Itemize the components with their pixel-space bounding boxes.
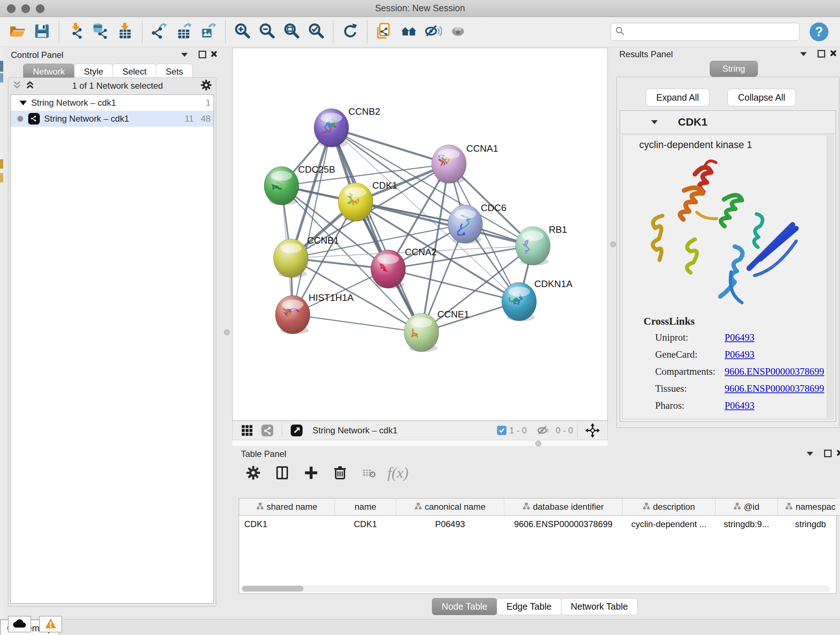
table-toolbar: f(x)	[239, 463, 412, 483]
left-splitter-grip[interactable]	[224, 329, 230, 335]
zoom-in-button[interactable]	[232, 22, 253, 42]
hide-selected-button[interactable]	[423, 22, 444, 42]
column-header-namespac[interactable]: namespac	[778, 499, 840, 516]
birds-eye-view-icon[interactable]	[239, 420, 255, 440]
pan-crosshair-icon[interactable]	[584, 420, 601, 440]
help-button[interactable]: ?	[810, 22, 829, 41]
table-hscrollbar[interactable]	[240, 585, 830, 592]
desktop-edge-strip	[0, 47, 4, 619]
table-cell[interactable]: 9606.ENSP00000378699	[504, 516, 622, 532]
network-node-CCNA1[interactable]: CCNA1	[431, 143, 498, 184]
delete-column-icon[interactable]	[330, 463, 350, 483]
control-panel-title: Control Panel	[11, 50, 63, 60]
import-network-file-button[interactable]	[66, 22, 86, 42]
column-header-description[interactable]: description	[622, 499, 715, 516]
show-columns-icon[interactable]	[272, 463, 292, 483]
results-panel-collapse-icon[interactable]	[800, 52, 807, 56]
zoom-fit-button[interactable]	[281, 22, 302, 42]
open-session-button[interactable]	[7, 22, 27, 42]
network-tree-row[interactable]: String Network – cdk11	[11, 95, 213, 111]
add-column-icon[interactable]	[301, 463, 321, 483]
network-view-panel[interactable]: CCNB2 CCNA1 CDC25B CDK1 CDC6 RB1 CCNB1	[232, 48, 608, 421]
column-header-name[interactable]: name	[335, 499, 396, 516]
clone-network-button[interactable]	[374, 22, 394, 42]
network-node-RB1[interactable]: RB1	[515, 224, 567, 265]
table-panel-float-icon[interactable]	[824, 450, 832, 457]
network-tree-label: String Network – cdk1	[31, 98, 116, 108]
show-all-nodes-button[interactable]	[399, 22, 419, 42]
tab-node-table[interactable]: Node Table	[432, 598, 497, 615]
results-scrollbar[interactable]	[827, 136, 832, 418]
tab-network-table[interactable]: Network Table	[561, 598, 638, 615]
network-node-HIST1H1A[interactable]: HIST1H1A	[275, 292, 354, 334]
column-header-shared-name[interactable]: shared name	[239, 499, 335, 516]
expand-all-button[interactable]: Expand All	[646, 89, 709, 106]
right-splitter-grip[interactable]	[610, 241, 616, 247]
zoom-out-button[interactable]	[257, 22, 277, 42]
table-cell[interactable]: CDK1	[239, 516, 335, 532]
gene-card-collapse-icon[interactable]	[651, 120, 658, 124]
crosslink-link[interactable]: P06493	[725, 349, 755, 360]
open-in-window-icon[interactable]	[289, 420, 305, 440]
network-canvas[interactable]: CCNB2 CCNA1 CDC25B CDK1 CDC6 RB1 CCNB1	[233, 48, 607, 420]
import-network-database-button[interactable]	[90, 22, 111, 42]
network-options-gear-icon[interactable]	[200, 79, 212, 93]
export-network-button[interactable]	[149, 22, 169, 42]
tab-edge-table[interactable]: Edge Table	[497, 598, 561, 615]
node-label-CCNB1: CCNB1	[307, 235, 339, 246]
network-node-CCNB2[interactable]: CCNB2	[314, 106, 380, 147]
control-panel-close-icon[interactable]	[210, 51, 217, 57]
export-image-button[interactable]	[198, 22, 218, 42]
network-node-CCNA2[interactable]: CCNA2	[371, 247, 437, 288]
network-node-CCNE1[interactable]: CCNE1	[404, 309, 469, 352]
warning-icon	[44, 618, 57, 631]
table-cell[interactable]: stringdb:9...	[715, 516, 778, 532]
network-node-CDKN1A[interactable]: CDKN1A	[502, 279, 573, 321]
crosslink-link[interactable]: 9606.ENSP00000378699	[725, 383, 824, 394]
table-row[interactable]: CDK1CDK1P064939606.ENSP00000378699cyclin…	[239, 516, 840, 532]
selected-checkbox-icon[interactable]	[497, 426, 507, 435]
tree-expander-icon[interactable]	[19, 101, 27, 105]
column-header-database-identifier[interactable]: database identifier	[504, 499, 622, 516]
table-cell[interactable]: cyclin-dependent ...	[622, 516, 715, 532]
collapse-all-networks-icon[interactable]	[12, 80, 22, 92]
table-options-gear-icon[interactable]	[243, 463, 264, 483]
search-box[interactable]	[611, 23, 799, 41]
table-hscrollbar-thumb[interactable]	[242, 586, 303, 592]
zoom-selected-button[interactable]	[306, 22, 326, 42]
tab-string[interactable]: String	[710, 61, 758, 77]
column-header--id[interactable]: @id	[715, 499, 778, 516]
toolbar-separator	[367, 21, 368, 43]
refresh-layout-button[interactable]	[340, 22, 360, 42]
search-input[interactable]	[625, 27, 796, 37]
crosslink-link[interactable]: P06493	[725, 332, 755, 343]
column-header-canonical-name[interactable]: canonical name	[396, 499, 504, 516]
control-panel-float-icon[interactable]	[199, 51, 206, 58]
export-image-icon	[200, 22, 217, 41]
list-type-icon	[734, 502, 741, 512]
cloud-button[interactable]	[8, 616, 31, 632]
save-session-button[interactable]	[32, 22, 52, 42]
results-panel-close-icon[interactable]	[830, 50, 836, 57]
table-panel-collapse-icon[interactable]	[807, 452, 813, 456]
table-cell[interactable]: stringdb	[778, 516, 840, 532]
table-panel-close-icon[interactable]	[836, 450, 840, 456]
network-icon	[28, 113, 40, 125]
table-cell[interactable]: CDK1	[335, 516, 396, 532]
warning-button[interactable]	[39, 616, 62, 632]
network-badge-icon[interactable]	[259, 420, 275, 440]
control-panel-collapse-icon[interactable]	[181, 53, 188, 57]
crosslink-link[interactable]: 9606.ENSP00000378699	[725, 366, 824, 377]
import-table-file-button[interactable]	[115, 22, 135, 42]
main-toolbar: ?	[0, 17, 840, 47]
bottom-splitter-grip[interactable]	[535, 440, 541, 447]
results-panel-float-icon[interactable]	[818, 50, 825, 57]
selected-count: 1 - 0	[509, 425, 527, 435]
table-cell[interactable]: P06493	[396, 516, 504, 532]
expand-all-networks-icon[interactable]	[25, 80, 35, 92]
crosslink-link[interactable]: P06493	[725, 400, 755, 411]
edge-count: 48	[201, 114, 210, 124]
export-table-button[interactable]	[174, 22, 194, 42]
collapse-all-button[interactable]: Collapse All	[728, 89, 796, 106]
network-tree-row[interactable]: String Network – cdk11148	[11, 111, 213, 127]
